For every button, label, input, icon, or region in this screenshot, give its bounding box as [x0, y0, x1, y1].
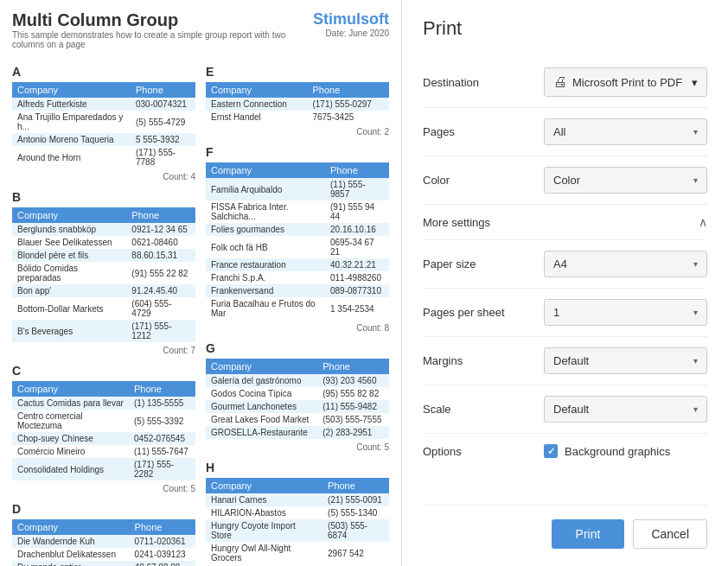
print-button[interactable]: Print	[552, 519, 625, 549]
table-cell: Blondel père et fils	[12, 249, 126, 262]
pages-row: Pages All ▾	[423, 108, 707, 156]
table-cell: Comércio Mineiro	[12, 445, 129, 458]
section-letter: H	[206, 461, 389, 474]
margins-label: Margins	[423, 354, 544, 367]
col-left: ACompanyPhoneAlfreds Futterkiste030-0074…	[12, 56, 195, 566]
paper-size-chevron-icon: ▾	[693, 259, 698, 269]
table-row: Antonio Moreno Taqueria5 555-3932	[12, 133, 195, 146]
table-row: Frankenversand089-0877310	[206, 284, 389, 297]
pages-per-sheet-select[interactable]: 1 ▾	[544, 299, 707, 326]
table-cell: (171) 555-7788	[131, 146, 195, 169]
cancel-button[interactable]: Cancel	[633, 519, 707, 549]
table-cell: (91) 555 22 82	[126, 262, 195, 284]
destination-label: Destination	[423, 76, 544, 89]
table-cell: 0711-020361	[130, 535, 195, 548]
table-header: Phone	[129, 381, 195, 397]
table-cell: 0921-12 34 65	[126, 223, 195, 236]
section-letter: A	[12, 65, 195, 79]
color-control: Color ▾	[544, 167, 707, 194]
paper-size-row: Paper size A4 ▾	[423, 240, 707, 289]
table-cell: Du monde entier	[12, 561, 130, 566]
section-letter: G	[206, 341, 389, 355]
table-row: FISSA Fabrica Inter. Salchicha...(91) 55…	[206, 200, 389, 223]
table-cell: (11) 555-9482	[317, 400, 389, 413]
table-row: Comércio Mineiro(11) 555-7647	[12, 445, 195, 458]
table-row: Ana Trujillo Emparedados y h...(5) 555-4…	[12, 111, 195, 133]
table-row: France restauration40.32.21.21	[206, 258, 389, 271]
destination-value: Microsoft Print to PDF	[572, 76, 682, 89]
table-row: Eastern Connection(171) 555-0297	[206, 98, 389, 111]
table-cell: 40.67.88.88	[130, 561, 195, 566]
count-label: Count: 5	[206, 442, 389, 452]
data-table: CompanyPhoneHanari Carnes(21) 555-0091HI…	[206, 478, 389, 564]
margins-select[interactable]: Default ▾	[544, 347, 707, 374]
table-header: Company	[206, 82, 307, 98]
more-settings-toggle[interactable]: More settings ∧	[423, 205, 707, 240]
destination-select[interactable]: 🖨 Microsoft Print to PDF ▾	[544, 67, 707, 97]
table-cell: 0621-08460	[126, 236, 195, 249]
scale-control: Default ▾	[544, 396, 707, 423]
table-cell: HILARION-Abastos	[206, 506, 322, 519]
margins-value: Default	[553, 354, 589, 367]
table-row: GROSELLA-Restaurante(2) 283-2951	[206, 426, 389, 439]
scale-select[interactable]: Default ▾	[544, 396, 707, 423]
table-row: Blauer See Delikatessen0621-08460	[12, 236, 195, 249]
table-header: Phone	[325, 162, 389, 178]
table-cell: (93) 203 4560	[317, 374, 389, 387]
data-table: CompanyPhoneEastern Connection(171) 555-…	[206, 82, 389, 124]
table-cell: (95) 555 82 82	[317, 387, 389, 400]
pages-per-sheet-label: Pages per sheet	[423, 306, 544, 319]
table-header: Company	[206, 359, 317, 374]
count-label: Count: 2	[206, 127, 389, 137]
table-cell: Great Lakes Food Market	[206, 413, 317, 426]
table-row: B's Beverages(171) 555-1212	[12, 320, 195, 342]
bg-graphics-checkbox[interactable]	[544, 444, 558, 458]
table-cell: Ernst Handel	[206, 111, 307, 124]
table-row: Hungry Owl All-Night Grocers2967 542	[206, 542, 389, 564]
bg-graphics-label: Background graphics	[565, 445, 670, 458]
pages-per-sheet-control: 1 ▾	[544, 299, 707, 326]
table-row: HILARION-Abastos(5) 555-1340	[206, 506, 389, 519]
pages-select[interactable]: All ▾	[544, 118, 707, 145]
table-cell: (604) 555-4729	[126, 297, 195, 320]
table-cell: 88.60.15.31	[126, 249, 195, 262]
table-cell: (503) 555-6874	[322, 519, 389, 542]
color-value: Color	[553, 174, 580, 187]
data-table: CompanyPhoneDie Wandernde Kuh0711-020361…	[12, 519, 195, 566]
table-cell: Franchi S.p.A.	[206, 271, 325, 284]
table-row: Consolidated Holdings(171) 555-2282	[12, 458, 195, 480]
table-cell: (503) 555-7555	[317, 413, 389, 426]
table-cell: Hanari Carnes	[206, 493, 322, 506]
paper-size-label: Paper size	[423, 258, 544, 270]
table-cell: (2) 283-2951	[317, 426, 389, 439]
section-letter: D	[12, 502, 195, 516]
paper-size-select[interactable]: A4 ▾	[544, 251, 707, 277]
section-letter: F	[206, 145, 389, 159]
more-settings-label: More settings	[423, 216, 490, 229]
table-cell: 011-4988260	[325, 271, 389, 284]
table-row: Drachenblut Delikatessen0241-039123	[12, 548, 195, 561]
table-header: Company	[206, 162, 325, 178]
table-cell: Frankenversand	[206, 284, 325, 297]
table-row: Great Lakes Food Market(503) 555-7555	[206, 413, 389, 426]
col-right: ECompanyPhoneEastern Connection(171) 555…	[206, 56, 389, 566]
table-cell: Folies gourmandes	[206, 223, 325, 236]
button-row: Print Cancel	[423, 505, 707, 549]
table-row: Bottom-Dollar Markets(604) 555-4729	[12, 297, 195, 320]
options-row: Options Background graphics	[423, 434, 707, 468]
table-row: Du monde entier40.67.88.88	[12, 561, 195, 566]
table-row: Die Wandernde Kuh0711-020361	[12, 535, 195, 548]
color-label: Color	[423, 174, 544, 187]
table-cell: Centro comercial Moctezuma	[12, 410, 129, 432]
table-row: Folk och fä HB0695-34 67 21	[206, 236, 389, 258]
bg-graphics-option: Background graphics	[544, 444, 670, 458]
table-row: Gourmet Lanchonetes(11) 555-9482	[206, 400, 389, 413]
destination-chevron-icon: ▾	[692, 76, 698, 89]
table-cell: 5 555-3932	[131, 133, 195, 146]
section-letter: E	[206, 65, 389, 79]
table-cell: Bottom-Dollar Markets	[12, 297, 126, 320]
count-label: Count: 5	[12, 484, 195, 493]
color-select[interactable]: Color ▾	[544, 167, 707, 194]
table-row: Bon app'91.24.45.40	[12, 284, 195, 297]
table-cell: 2967 542	[322, 542, 389, 564]
